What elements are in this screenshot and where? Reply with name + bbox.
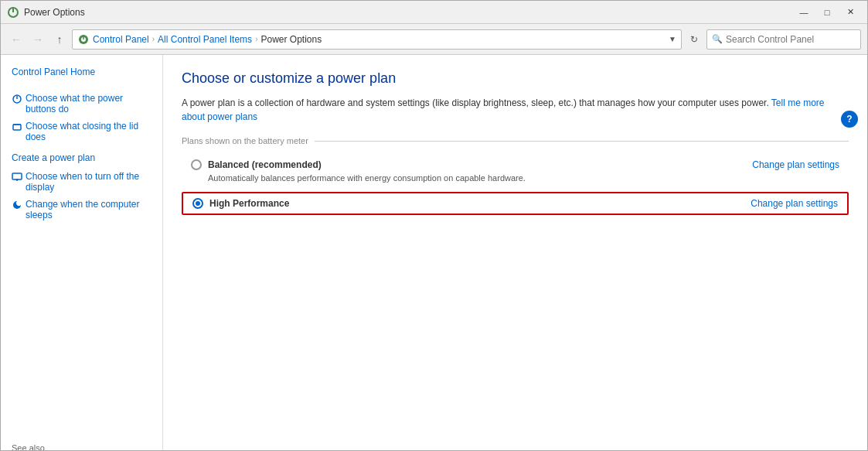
breadcrumb-power-options: Power Options [260, 34, 322, 45]
breadcrumb-dropdown-button[interactable]: ▼ [669, 35, 676, 43]
sidebar-item-turn-off-display[interactable]: Choose when to turn off the display [1, 168, 162, 196]
power-buttons-icon [12, 94, 22, 104]
balanced-change-plan-link[interactable]: Change plan settings [752, 159, 839, 170]
display-icon [12, 172, 22, 183]
maximize-button[interactable]: □ [816, 5, 838, 20]
svg-rect-9 [12, 173, 22, 179]
breadcrumb-all-items[interactable]: All Control Panel Items [158, 34, 252, 45]
folder-icon [77, 33, 90, 46]
tell-me-more-link[interactable]: Tell me more about power plans [182, 97, 825, 122]
page-title: Choose or customize a power plan [182, 70, 849, 87]
closing-lid-icon [12, 121, 22, 132]
back-button[interactable]: ← [7, 30, 26, 49]
balanced-radio[interactable] [191, 159, 202, 170]
sidebar-item-closing-lid[interactable]: Choose what closing the lid does [1, 118, 162, 145]
closing-lid-label[interactable]: Choose what closing the lid does [26, 121, 151, 142]
breadcrumb-control-panel[interactable]: Control Panel [93, 34, 149, 45]
search-box: 🔍 [706, 29, 861, 50]
close-button[interactable]: ✕ [839, 5, 861, 20]
main-panel: Choose or customize a power plan A power… [163, 55, 867, 450]
help-button[interactable]: ? [841, 111, 858, 128]
refresh-button[interactable]: ↻ [685, 30, 703, 49]
forward-button[interactable]: → [29, 30, 47, 49]
sidebar-item-create-power-plan[interactable]: Create a power plan [1, 149, 162, 168]
search-input[interactable] [726, 34, 856, 45]
window: Power Options — □ ✕ ← → ↑ Control Panel … [0, 0, 868, 451]
breadcrumb: Control Panel › All Control Panel Items … [72, 29, 682, 50]
sidebar: Control Panel Home Choose what the power… [1, 55, 163, 450]
minimize-button[interactable]: — [793, 5, 815, 20]
high-performance-plan-name: High Performance [209, 198, 289, 209]
sidebar-item-computer-sleeps[interactable]: Change when the computer sleeps [1, 196, 162, 224]
balanced-plan-item: Balanced (recommended) Change plan setti… [182, 153, 849, 189]
plans-section-title: Plans shown on the battery meter [182, 136, 849, 145]
balanced-plan-description: Automatically balances performance with … [208, 173, 839, 183]
search-icon: 🔍 [712, 34, 723, 44]
high-performance-radio[interactable] [192, 198, 203, 209]
computer-sleeps-label[interactable]: Change when the computer sleeps [26, 199, 151, 220]
window-title: Power Options [24, 7, 85, 18]
power-options-icon [7, 6, 19, 19]
sleep-icon [12, 200, 22, 210]
sidebar-item-power-buttons[interactable]: Choose what the power buttons do [1, 90, 162, 118]
see-also-title: See also [12, 443, 151, 450]
title-bar: Power Options — □ ✕ [1, 1, 867, 24]
high-performance-plan-item: High Performance Change plan settings [182, 192, 849, 215]
turn-off-display-label[interactable]: Choose when to turn off the display [26, 171, 151, 193]
svg-rect-7 [13, 125, 21, 130]
power-buttons-label[interactable]: Choose what the power buttons do [26, 93, 151, 114]
see-also-section: See also Windows Mobility Center User Ac… [1, 440, 162, 450]
main-wrapper: Choose or customize a power plan A power… [163, 55, 867, 450]
address-bar: ← → ↑ Control Panel › All Control Panel … [1, 24, 867, 55]
balanced-plan-name: Balanced (recommended) [208, 159, 322, 170]
content-area: Control Panel Home Choose what the power… [1, 55, 867, 450]
title-bar-controls: — □ ✕ [793, 5, 861, 20]
sidebar-item-control-panel-home[interactable]: Control Panel Home [1, 63, 162, 82]
high-performance-change-plan-link[interactable]: Change plan settings [751, 198, 838, 209]
page-description: A power plan is a collection of hardware… [182, 96, 849, 124]
title-bar-left: Power Options [7, 6, 85, 19]
up-button[interactable]: ↑ [50, 30, 69, 49]
